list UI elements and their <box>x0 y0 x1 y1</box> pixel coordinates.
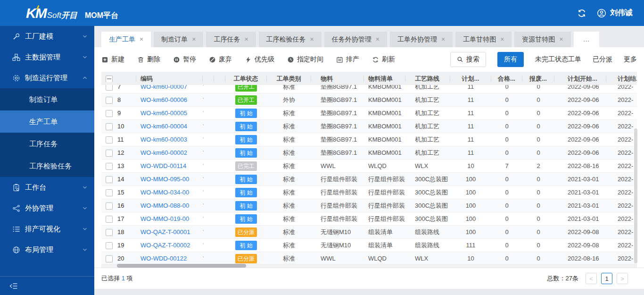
col-route[interactable]: 工艺路线 <box>405 75 450 82</box>
work-order-code-link[interactable]: WO-QAZ-T-00002 <box>140 242 190 249</box>
refresh-list-button[interactable]: 刷新 <box>372 55 395 64</box>
table-row[interactable]: 10 WO-km60-00004 ' 初 始 标准 垫圈8GB97.1 KMBO… <box>101 120 637 133</box>
table-row[interactable]: 17 WO-MMO-019-00 ' 初 始 标准 行星组件部装 行星组件部装 … <box>101 212 637 226</box>
tab-operation-task[interactable]: 工序任务 × <box>206 32 256 47</box>
close-icon[interactable]: × <box>140 32 143 47</box>
search-button[interactable]: 搜索 <box>450 52 486 67</box>
collapse-sidebar-icon[interactable] <box>9 282 18 290</box>
table-row[interactable]: 12 WO-km60-00002 ' 初 始 标准 垫圈8GB97.1 KMBO… <box>101 146 637 160</box>
row-checkbox[interactable] <box>106 97 113 104</box>
table-row[interactable]: 15 WO-MMO-034-00 ' 初 始 标准 行星组件部装 行星组件部装 … <box>101 186 637 199</box>
row-checkbox[interactable] <box>106 123 113 130</box>
row-checkbox[interactable] <box>106 150 113 157</box>
tab-workorder-gantt[interactable]: 工单甘特图 × <box>455 32 512 47</box>
tab-operation-inspection-task[interactable]: 工序检验任务 × <box>259 32 322 47</box>
table-row[interactable]: 8 WO-km60-00006 ' 已开工 外协 垫圈8GB97.1 KMBOM… <box>101 93 637 107</box>
work-order-code-link[interactable]: WO-km60-00003 <box>140 136 187 143</box>
horizontal-scrollbar-thumb[interactable] <box>117 264 246 268</box>
work-order-code-link[interactable]: WO-MMO-088-00 <box>140 202 189 209</box>
vertical-scrollbar-thumb[interactable] <box>634 128 637 263</box>
table-row[interactable]: 18 WO-QAZ-T-00001 ' 已分派 标准 无缝钢M10 组装清单 组… <box>101 226 637 239</box>
sidebar-item-scheduling-visualization[interactable]: 排产可视化 <box>0 219 94 239</box>
close-icon[interactable]: × <box>310 32 314 47</box>
row-checkbox[interactable] <box>106 229 113 236</box>
filter-unfinished-workorders[interactable]: 未完工状态工单 <box>535 55 581 64</box>
horizontal-scrollbar-track[interactable] <box>101 264 637 268</box>
col-qualified-qty[interactable]: 合格... <box>491 75 522 82</box>
sidebar-item-outsourcing[interactable]: 外协管理 <box>0 198 94 219</box>
row-checkbox[interactable] <box>106 110 113 117</box>
col-plan-start[interactable]: 计划开始... <box>554 75 606 82</box>
work-order-code-link[interactable]: WO-km60-00002 <box>140 149 187 156</box>
new-button[interactable]: 新建 <box>101 55 124 64</box>
work-order-code-link[interactable]: WO-MMO-019-00 <box>140 215 189 222</box>
row-checkbox[interactable] <box>106 85 113 91</box>
col-status[interactable]: 工单状态 <box>225 75 267 82</box>
specify-time-button[interactable]: 指定时间 <box>287 55 323 64</box>
col-bom[interactable]: 物料清单 <box>364 75 405 82</box>
tab-production-work-order[interactable]: 生产工单 × <box>101 32 151 47</box>
sidebar-item-manufacturing-ops[interactable]: 制造运行管理 <box>0 67 94 88</box>
pause-button[interactable]: 暂停 <box>173 55 196 64</box>
col-material[interactable]: 物料 <box>311 75 364 82</box>
row-checkbox[interactable] <box>106 242 113 249</box>
page-1-button[interactable]: 1 <box>601 273 612 284</box>
work-order-code-link[interactable]: WO-km60-00006 <box>140 96 187 103</box>
priority-button[interactable]: 优先级 <box>245 55 274 64</box>
col-plan-end[interactable]: 计划结... <box>606 75 637 82</box>
user-menu[interactable]: 刘伟诚 <box>597 8 633 18</box>
row-checkbox[interactable] <box>106 255 113 262</box>
tab-task-outsourcing[interactable]: 任务外协管理 × <box>324 32 387 47</box>
col-code[interactable]: 编码 <box>136 75 203 82</box>
row-checkbox[interactable] <box>106 176 113 183</box>
prev-page-button[interactable]: < <box>586 273 597 284</box>
sidebar-item-layout-management[interactable]: 布局管理 <box>0 239 94 260</box>
tab-manufacturing-order[interactable]: 制造订单 × <box>154 32 203 47</box>
work-order-code-link[interactable]: WO-MMO-095-00 <box>140 176 189 183</box>
schedule-button[interactable]: 排产 <box>336 55 359 64</box>
table-row[interactable]: 16 WO-MMO-088-00 ' 初 始 标准 行星组件部装 行星组件部装 … <box>101 199 637 212</box>
sidebar-item-operation-task[interactable]: 工序任务 <box>0 133 94 155</box>
work-order-code-link[interactable]: WO-km60-00005 <box>140 110 187 117</box>
refresh-icon[interactable] <box>577 8 586 18</box>
work-order-code-link[interactable]: WO-WDD-00122 <box>140 255 187 262</box>
sidebar-item-master-data[interactable]: 主数据管理 <box>0 47 94 67</box>
table-row[interactable]: 14 WO-MMO-095-00 ' 初 始 标准 行星组件部装 行星组件部装 … <box>101 173 637 186</box>
tab-resource-gantt[interactable]: 资源甘特图 × <box>514 32 570 47</box>
col-type[interactable]: 工单类别 <box>267 75 311 82</box>
close-icon[interactable]: × <box>192 32 196 47</box>
filter-all-button[interactable]: 所有 <box>497 52 524 67</box>
sidebar-item-factory-modeling[interactable]: 工厂建模 <box>0 26 94 47</box>
delete-button[interactable]: 删除 <box>137 55 160 64</box>
sidebar-item-production-work-order[interactable]: 生产工单 <box>0 110 94 133</box>
filter-dispatched[interactable]: 已分派 <box>593 55 612 64</box>
table-row[interactable]: 13 WO-WDD-00114 ' 已完工 标准 WWL WLQD WLX 10… <box>101 160 637 173</box>
select-all-checkbox[interactable] <box>106 76 113 82</box>
table-row[interactable]: 7 WO-km60-00007 ' 已开工 标准 垫圈8GB97.1 KMBOM… <box>101 85 637 93</box>
row-checkbox[interactable] <box>106 189 113 196</box>
table-row[interactable]: 11 WO-km60-00003 ' 初 始 标准 垫圈8GB97.1 KMBO… <box>101 133 637 146</box>
close-icon[interactable]: × <box>559 32 563 47</box>
row-checkbox[interactable] <box>106 163 113 170</box>
work-order-code-link[interactable]: WO-WDD-00114 <box>140 162 186 169</box>
sidebar-item-workbench[interactable]: 工作台 <box>0 177 94 198</box>
close-icon[interactable]: × <box>376 32 380 47</box>
row-checkbox[interactable] <box>106 202 113 210</box>
table-row[interactable]: 20 WO-WDD-00122 ' 已分派 标准 WWL WLQD WLX 10… <box>101 252 637 264</box>
close-icon[interactable]: × <box>441 32 445 47</box>
row-checkbox[interactable] <box>106 216 113 223</box>
close-icon[interactable]: × <box>500 32 504 47</box>
discard-button[interactable]: 废弃 <box>209 55 232 64</box>
close-icon[interactable]: × <box>244 32 248 47</box>
tab-overflow-button[interactable]: … <box>574 32 599 47</box>
work-order-code-link[interactable]: WO-MMO-034-00 <box>140 189 189 196</box>
tab-workorder-outsourcing[interactable]: 工单外协管理 × <box>390 32 453 47</box>
table-row[interactable]: 9 WO-km60-00005 ' 初 始 标准 垫圈8GB97.1 KMBOM… <box>101 107 637 120</box>
table-row[interactable]: 19 WO-QAZ-T-00002 ' 初 始 标准 无缝钢M10 组装清单 组… <box>101 239 637 252</box>
col-plan-qty[interactable]: 计划... <box>450 75 491 82</box>
row-checkbox[interactable] <box>106 136 113 143</box>
work-order-code-link[interactable]: WO-QAZ-T-00001 <box>140 228 190 236</box>
filter-more[interactable]: 更多 <box>624 55 637 64</box>
work-order-code-link[interactable]: WO-km60-00004 <box>140 123 187 130</box>
work-order-code-link[interactable]: WO-km60-00007 <box>140 85 187 90</box>
